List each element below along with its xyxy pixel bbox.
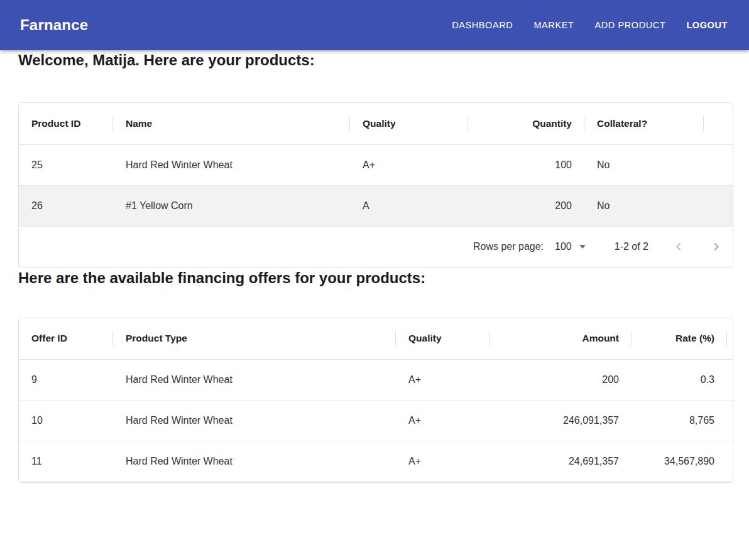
cell-offer-id: 10 [19, 401, 113, 441]
products-header-row: Product ID Name Quality Quantity Collate… [19, 103, 733, 144]
offers-header-row: Offer ID Product Type Quality Amount Rat… [19, 318, 733, 360]
page-range-label: 1-2 of 2 [615, 241, 648, 252]
offers-heading: Here are the available financing offers … [18, 268, 733, 288]
offers-table-card: Offer ID Product Type Quality Amount Rat… [18, 318, 733, 483]
products-heading: Welcome, Matija. Here are your products: [18, 50, 733, 70]
products-col-collateral: Collateral? [584, 103, 704, 144]
cell-amount: 200 [490, 360, 631, 401]
offers-col-quality: Quality [396, 318, 490, 360]
main-content: Welcome, Matija. Here are your products:… [0, 50, 749, 483]
brand-logo[interactable]: Farnance [20, 16, 88, 34]
nav-link-logout[interactable]: LOGOUT [686, 20, 728, 30]
cell-product-type: Hard Red Winter Wheat [113, 441, 396, 482]
table-row: 26 #1 Yellow Corn A 200 No [19, 185, 733, 226]
table-row: 11 Hard Red Winter Wheat A+ 24,691,357 3… [19, 441, 733, 482]
cell-quantity: 200 [468, 185, 584, 226]
offers-col-offer-id: Offer ID [19, 318, 113, 360]
cell-product-type: Hard Red Winter Wheat [113, 401, 396, 441]
chevron-left-icon [671, 239, 686, 254]
chevron-right-icon [709, 239, 724, 254]
cell-rate: 8,765 [631, 401, 727, 441]
offers-table: Offer ID Product Type Quality Amount Rat… [19, 318, 733, 483]
cell-rate: 0.3 [631, 360, 727, 401]
table-row: 25 Hard Red Winter Wheat A+ 100 No [19, 144, 733, 185]
cell-quality: A [350, 185, 468, 226]
cell-name: #1 Yellow Corn [113, 185, 350, 226]
cell-collateral: No [584, 144, 704, 185]
offers-col-filler [727, 318, 733, 360]
navbar: Farnance DASHBOARD MARKET ADD PRODUCT LO… [0, 0, 749, 50]
next-page-button[interactable] [709, 239, 724, 254]
cell-quality: A+ [350, 144, 468, 185]
cell-collateral: No [584, 185, 704, 226]
offers-col-amount: Amount [490, 318, 631, 360]
cell-rate: 34,567,890 [631, 441, 727, 482]
products-col-quality: Quality [350, 103, 468, 144]
nav-link-dashboard[interactable]: DASHBOARD [452, 20, 513, 30]
dropdown-arrow-icon [579, 245, 586, 249]
nav-links: DASHBOARD MARKET ADD PRODUCT LOGOUT [452, 20, 728, 30]
table-row: 10 Hard Red Winter Wheat A+ 246,091,357 … [19, 401, 733, 441]
cell-amount: 246,091,357 [490, 401, 631, 441]
cell-quality: A+ [396, 401, 490, 441]
cell-offer-id: 9 [19, 360, 113, 401]
nav-link-add-product[interactable]: ADD PRODUCT [594, 20, 665, 30]
cell-product-id: 26 [19, 185, 113, 226]
cell-product-type: Hard Red Winter Wheat [113, 360, 396, 401]
products-col-name: Name [113, 103, 350, 144]
products-table: Product ID Name Quality Quantity Collate… [19, 103, 733, 227]
products-table-card: Product ID Name Quality Quantity Collate… [18, 102, 733, 268]
cell-quality: A+ [396, 360, 490, 401]
rows-per-page-label: Rows per page: [473, 241, 544, 252]
rows-per-page-select[interactable]: 100 [555, 241, 586, 252]
table-pagination: Rows per page: 100 1-2 of 2 [19, 227, 733, 267]
products-col-product-id: Product ID [19, 103, 113, 144]
cell-amount: 24,691,357 [490, 441, 631, 482]
offers-col-rate: Rate (%) [631, 318, 727, 360]
cell-product-id: 25 [19, 144, 113, 185]
nav-link-market[interactable]: MARKET [533, 20, 574, 30]
cell-quantity: 100 [468, 144, 584, 185]
products-col-filler [704, 103, 733, 144]
cell-offer-id: 11 [19, 441, 113, 482]
table-row: 9 Hard Red Winter Wheat A+ 200 0.3 [19, 360, 733, 401]
cell-name: Hard Red Winter Wheat [113, 144, 350, 185]
rows-per-page-value: 100 [555, 241, 572, 252]
offers-col-product-type: Product Type [113, 318, 396, 360]
products-col-quantity: Quantity [468, 103, 584, 144]
previous-page-button[interactable] [671, 239, 686, 254]
cell-quality: A+ [396, 441, 490, 482]
